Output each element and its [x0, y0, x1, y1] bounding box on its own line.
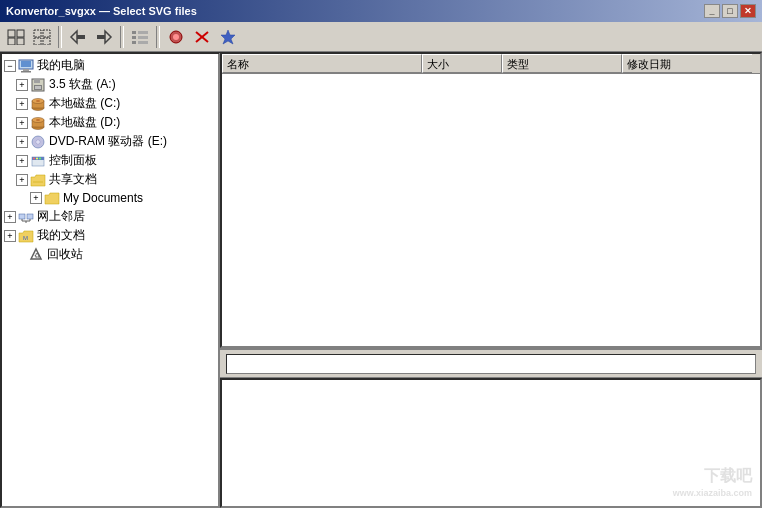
- control-panel-icon: [30, 153, 46, 169]
- toolbar-separator-3: [156, 26, 160, 48]
- svg-point-46: [36, 157, 38, 159]
- close-button[interactable]: ✕: [740, 4, 756, 18]
- expand-floppy[interactable]: +: [16, 79, 28, 91]
- svg-marker-23: [221, 30, 235, 44]
- svg-rect-18: [138, 41, 148, 44]
- expand-mydocs-top[interactable]: +: [4, 230, 16, 242]
- title-bar: Konvertor_svgxx — Select SVG files _ □ ✕: [0, 0, 762, 22]
- toolbar: [0, 22, 762, 52]
- svg-point-47: [39, 157, 41, 159]
- right-panel: 名称 大小 类型 修改日期: [220, 52, 762, 508]
- expand-mycomputer[interactable]: −: [4, 60, 16, 72]
- svg-rect-13: [132, 31, 136, 34]
- file-table-body: [222, 74, 760, 346]
- tree-item-disk-c[interactable]: + 本地磁盘 (C:): [4, 94, 216, 113]
- tree-item-mycomputer[interactable]: − 我的电脑: [4, 56, 216, 75]
- col-header-type[interactable]: 类型: [502, 54, 622, 73]
- recycle-icon: ♻: [28, 247, 44, 263]
- toolbar-btn-view[interactable]: [128, 26, 152, 48]
- svg-rect-49: [19, 214, 25, 219]
- disk-d-label: 本地磁盘 (D:): [49, 114, 120, 131]
- svg-rect-26: [23, 69, 29, 71]
- svg-point-35: [36, 100, 40, 102]
- dvd-icon: [30, 134, 46, 150]
- preview-area: [220, 378, 762, 508]
- svg-rect-31: [35, 86, 41, 89]
- toolbar-btn-cancel[interactable]: [190, 26, 214, 48]
- recycle-label: 回收站: [47, 246, 83, 263]
- control-panel-label: 控制面板: [49, 152, 97, 169]
- window-controls: _ □ ✕: [704, 4, 756, 18]
- svg-rect-25: [21, 61, 31, 67]
- svg-rect-14: [132, 36, 136, 39]
- tree-item-network[interactable]: + 网上邻居: [4, 207, 216, 226]
- file-table-header: 名称 大小 类型 修改日期: [222, 54, 760, 74]
- tree-item-recycle[interactable]: ♻ 回收站: [4, 245, 216, 264]
- computer-icon: [18, 58, 34, 74]
- dvd-label: DVD-RAM 驱动器 (E:): [49, 133, 167, 150]
- disk-d-icon: [30, 115, 46, 131]
- svg-text:M: M: [23, 235, 28, 241]
- expand-network[interactable]: +: [4, 211, 16, 223]
- svg-point-42: [37, 141, 39, 143]
- tree-item-shared-docs[interactable]: + 共享文档: [4, 170, 216, 189]
- my-documents-label: My Documents: [63, 191, 143, 205]
- maximize-button[interactable]: □: [722, 4, 738, 18]
- expand-disk-d[interactable]: +: [16, 117, 28, 129]
- tree-item-dvd[interactable]: + DVD-RAM 驱动器 (E:): [4, 132, 216, 151]
- mydocs-top-label: 我的文档: [37, 227, 85, 244]
- toolbar-btn-forward[interactable]: [92, 26, 116, 48]
- svg-point-45: [33, 157, 35, 159]
- svg-rect-6: [43, 30, 50, 37]
- toolbar-btn-deselect[interactable]: [30, 26, 54, 48]
- svg-rect-16: [138, 31, 148, 34]
- tree-item-mydocs-top[interactable]: + M 我的文档: [4, 226, 216, 245]
- disk-c-label: 本地磁盘 (C:): [49, 95, 120, 112]
- svg-rect-12: [97, 35, 105, 39]
- toolbar-separator-1: [58, 26, 62, 48]
- toolbar-btn-filter[interactable]: [164, 26, 188, 48]
- toolbar-btn-back[interactable]: [66, 26, 90, 48]
- file-tree[interactable]: − 我的电脑 +: [0, 52, 220, 508]
- expand-control[interactable]: +: [16, 155, 28, 167]
- svg-rect-1: [17, 30, 24, 37]
- svg-rect-2: [8, 38, 15, 45]
- col-header-size[interactable]: 大小: [422, 54, 502, 73]
- expand-dvd[interactable]: +: [16, 136, 28, 148]
- expand-disk-c[interactable]: +: [16, 98, 28, 110]
- svg-point-39: [36, 119, 40, 121]
- col-header-date[interactable]: 修改日期: [622, 54, 752, 73]
- toolbar-btn-settings[interactable]: [216, 26, 240, 48]
- tree-item-disk-d[interactable]: + 本地磁盘 (D:): [4, 113, 216, 132]
- svg-rect-8: [43, 38, 50, 45]
- shared-folder-icon: [30, 172, 46, 188]
- main-content: − 我的电脑 +: [0, 52, 762, 508]
- shared-docs-label: 共享文档: [49, 171, 97, 188]
- filename-input[interactable]: [226, 354, 756, 374]
- col-header-name[interactable]: 名称: [222, 54, 422, 73]
- svg-marker-11: [105, 31, 111, 43]
- svg-rect-15: [132, 41, 136, 44]
- svg-rect-27: [21, 71, 31, 73]
- tree-item-floppy[interactable]: + 3.5 软盘 (A:): [4, 75, 216, 94]
- tree-item-control-panel[interactable]: + 控制面板: [4, 151, 216, 170]
- svg-rect-29: [34, 79, 40, 83]
- expand-shared[interactable]: +: [16, 174, 28, 186]
- minimize-button[interactable]: _: [704, 4, 720, 18]
- filename-bar: [220, 350, 762, 378]
- svg-rect-17: [138, 36, 148, 39]
- svg-rect-0: [8, 30, 15, 37]
- network-label: 网上邻居: [37, 208, 85, 225]
- disk-c-icon: [30, 96, 46, 112]
- expand-mydocs[interactable]: +: [30, 192, 42, 204]
- file-list[interactable]: 名称 大小 类型 修改日期: [220, 52, 762, 348]
- svg-rect-50: [27, 214, 33, 219]
- floppy-label: 3.5 软盘 (A:): [49, 76, 116, 93]
- mycomputer-label: 我的电脑: [37, 57, 85, 74]
- bottom-area: [220, 348, 762, 508]
- floppy-icon: [30, 77, 46, 93]
- tree-item-my-documents[interactable]: + My Documents: [4, 189, 216, 207]
- mydocs-top-icon: M: [18, 228, 34, 244]
- svg-text:♻: ♻: [34, 252, 40, 259]
- toolbar-btn-select-all[interactable]: [4, 26, 28, 48]
